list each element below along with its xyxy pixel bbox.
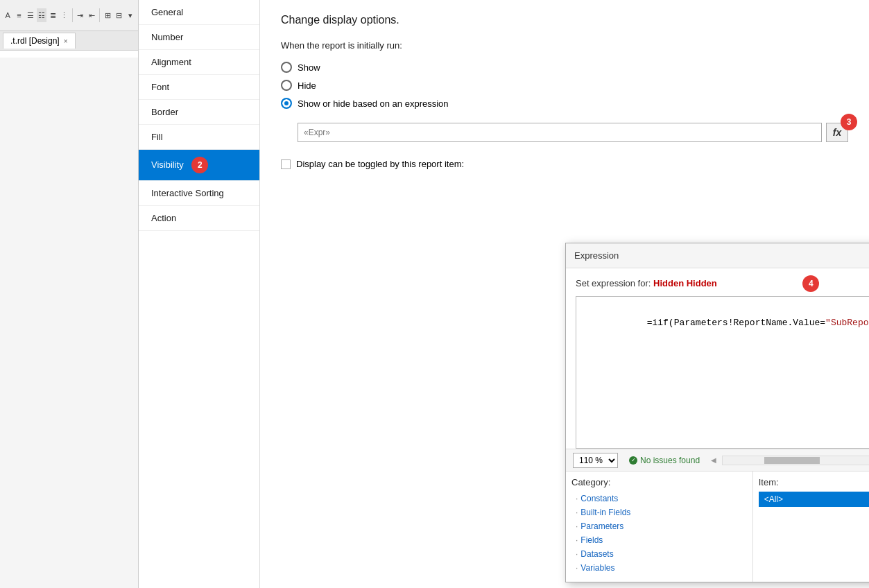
category-header: Category:: [571, 477, 747, 487]
main-container: A ≡ ☰ ☷ ≣ ⋮ ⇥ ⇤ ⊞ ⊟ ▾ .t.rdl [Design] × …: [0, 0, 869, 588]
toolbar-icon-indent[interactable]: ⇥: [76, 8, 85, 22]
toolbar-icon-bullet[interactable]: ≣: [48, 8, 58, 22]
category-variables[interactable]: Variables: [571, 561, 747, 575]
badge-3: 3: [841, 114, 857, 130]
radio-expr-label: Show or hide based on an expression: [298, 98, 449, 109]
dialog-body: Set expression for: Hidden Hidden 4 =iif…: [566, 268, 869, 582]
status-bar: 110 % No issues found ◀ ▶ Ln: 1: [566, 449, 869, 471]
category-fields[interactable]: Fields: [571, 533, 747, 547]
toggle-checkbox[interactable]: [281, 159, 291, 169]
expr-editor: =iif(Parameters!ReportName.Value="SubRep…: [576, 296, 869, 449]
toolbar-icon-dropdown[interactable]: ▾: [126, 8, 135, 22]
nav-item-font[interactable]: Font: [139, 75, 259, 100]
status-ok-text: No issues found: [640, 456, 700, 465]
expr-label-row: Set expression for: Hidden Hidden 4: [566, 268, 869, 296]
design-tab[interactable]: .t.rdl [Design] ×: [3, 33, 76, 49]
radio-show-label: Show: [298, 62, 320, 73]
expression-dialog: Expression × Set expression for: Hidden …: [565, 243, 869, 582]
category-datasets[interactable]: Datasets: [571, 547, 747, 561]
expr-input[interactable]: [298, 123, 822, 142]
item-panel: Item: <All>: [753, 472, 869, 582]
tab-bar: .t.rdl [Design] ×: [0, 31, 138, 51]
radio-hide-label: Hide: [298, 80, 316, 91]
toolbar-strip: A ≡ ☰ ☷ ≣ ⋮ ⇥ ⇤ ⊞ ⊟ ▾: [0, 0, 138, 31]
category-builtin-fields[interactable]: Built-in Fields: [571, 505, 747, 519]
radio-hide[interactable]: [281, 80, 292, 91]
toolbar-icon-align-left[interactable]: ≡: [14, 8, 24, 22]
nav-item-general[interactable]: General: [139, 0, 259, 25]
expr-row: fx 3: [298, 123, 848, 142]
nav-item-border[interactable]: Border: [139, 100, 259, 125]
item-all[interactable]: <All>: [759, 492, 869, 507]
toolbar-icon-outdent[interactable]: ⇤: [87, 8, 96, 22]
item-header: Item:: [759, 477, 869, 487]
design-canvas: 1 Hide This when rend: [0, 51, 138, 58]
content-panel: Change display options. When the report …: [260, 0, 869, 588]
status-ok: No issues found: [629, 456, 700, 465]
badge-2: 2: [191, 157, 208, 173]
toggle-label: Display can be toggled by this report it…: [296, 159, 464, 169]
nav-item-visibility[interactable]: Visibility 2: [139, 150, 259, 181]
content-title: Change display options.: [281, 14, 848, 26]
left-panel: A ≡ ☰ ☷ ≣ ⋮ ⇥ ⇤ ⊞ ⊟ ▾ .t.rdl [Design] × …: [0, 0, 139, 588]
status-dot: [629, 456, 637, 465]
toggle-row: Display can be toggled by this report it…: [281, 159, 848, 169]
category-constants[interactable]: Constants: [571, 492, 747, 505]
toolbar-icon-a[interactable]: A: [3, 8, 12, 22]
set-expr-label: Set expression for:: [576, 278, 651, 288]
nav-item-alignment[interactable]: Alignment: [139, 50, 259, 75]
content-subtitle: When the report is initially run:: [281, 40, 848, 51]
radio-expr[interactable]: [281, 98, 292, 109]
expr-string-value: "SubReport": [825, 318, 869, 328]
expr-iif: =iif(Parameters!ReportName.Value=: [647, 318, 825, 328]
scroll-track[interactable]: [722, 456, 869, 465]
radio-group: Show Hide Show or hide based on an expre…: [281, 62, 848, 109]
dialog-title: Expression: [574, 250, 619, 261]
toolbar-icon-more[interactable]: ⋮: [60, 8, 69, 22]
function-icon: fx: [833, 127, 841, 138]
design-tab-label: .t.rdl [Design]: [10, 36, 60, 46]
toolbar-icon-frame[interactable]: ⊞: [103, 8, 112, 22]
radio-row-show: Show: [281, 62, 848, 73]
radio-show[interactable]: [281, 62, 292, 73]
design-tab-close[interactable]: ×: [64, 37, 68, 45]
bottom-section: Category: Constants Built-in Fields Para…: [566, 471, 869, 582]
category-parameters[interactable]: Parameters: [571, 519, 747, 533]
nav-item-interactive-sorting[interactable]: Interactive Sorting: [139, 181, 259, 206]
toolbar-icon-align-right[interactable]: ☷: [37, 8, 46, 22]
nav-panel: General Number Alignment Font Border Fil…: [139, 0, 260, 588]
badge-4: 4: [802, 275, 819, 292]
dialog-header: Expression ×: [566, 243, 869, 268]
category-panel: Category: Constants Built-in Fields Para…: [566, 472, 753, 582]
expr-text-area[interactable]: =iif(Parameters!ReportName.Value="SubRep…: [576, 297, 869, 448]
expr-function-button[interactable]: fx 3: [826, 123, 848, 142]
nav-item-number[interactable]: Number: [139, 25, 259, 50]
nav-item-action[interactable]: Action: [139, 206, 259, 231]
hidden-label: Hidden: [653, 278, 684, 288]
toolbar-icon-align-center[interactable]: ☰: [26, 8, 35, 22]
scroll-thumb-h: [764, 457, 820, 464]
nav-item-fill[interactable]: Fill: [139, 125, 259, 150]
radio-row-hide: Hide: [281, 80, 848, 91]
radio-row-expr: Show or hide based on an expression: [281, 98, 848, 109]
scroll-arrow-left[interactable]: ◀: [711, 456, 716, 464]
zoom-select[interactable]: 110 %: [573, 453, 618, 468]
hidden-value: Hidden: [687, 278, 717, 288]
toolbar-icon-grid[interactable]: ⊟: [114, 8, 123, 22]
